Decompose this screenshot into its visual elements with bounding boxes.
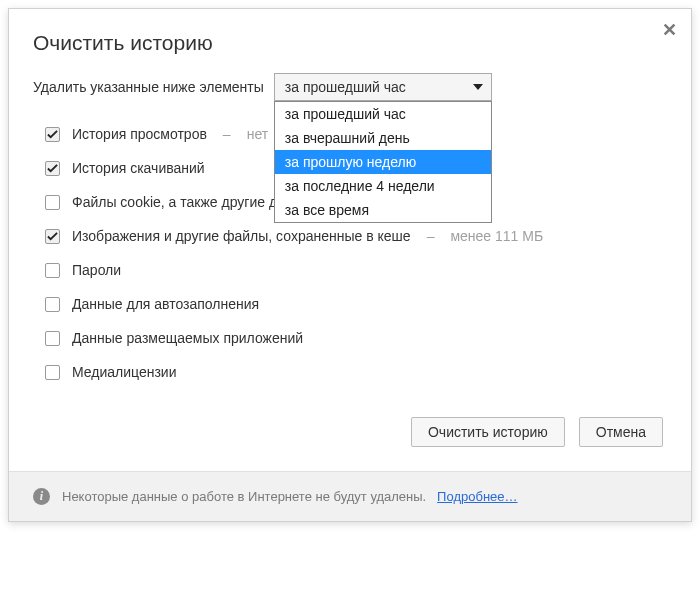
checkbox-media-licenses[interactable] — [45, 365, 60, 380]
row-autofill: Данные для автозаполнения — [45, 287, 667, 321]
checkbox-passwords[interactable] — [45, 263, 60, 278]
separator: – — [219, 126, 235, 142]
footer-text: Некоторые данные о работе в Интернете не… — [62, 489, 518, 504]
row-label: Данные для автозаполнения — [72, 296, 259, 312]
row-label: История просмотров — [72, 126, 207, 142]
checkbox-autofill[interactable] — [45, 297, 60, 312]
close-icon[interactable]: ✕ — [662, 19, 677, 41]
checkbox-cookies[interactable] — [45, 195, 60, 210]
row-hint: нет — [247, 126, 268, 142]
row-hosted-apps: Данные размещаемых приложений — [45, 321, 667, 355]
dropdown-option-all-time[interactable]: за все время — [275, 198, 491, 222]
clear-history-button[interactable]: Очистить историю — [411, 417, 565, 447]
learn-more-link[interactable]: Подробнее… — [437, 489, 517, 504]
row-cache: Изображения и другие файлы, сохраненные … — [45, 219, 667, 253]
cancel-button[interactable]: Отмена — [579, 417, 663, 447]
dropdown-option-past-week[interactable]: за прошлую неделю — [275, 150, 491, 174]
clear-history-dialog: ✕ Очистить историю Удалить указанные ниж… — [8, 8, 692, 522]
dialog-title: Очистить историю — [9, 9, 691, 73]
row-label: История скачиваний — [72, 160, 205, 176]
row-media-licenses: Медиалицензии — [45, 355, 667, 389]
checkbox-browsing-history[interactable] — [45, 127, 60, 142]
time-range-combo[interactable]: за прошедший час — [274, 73, 492, 101]
info-icon: i — [33, 488, 50, 505]
dropdown-option-past-hour[interactable]: за прошедший час — [275, 102, 491, 126]
footer-message: Некоторые данные о работе в Интернете не… — [62, 489, 426, 504]
row-passwords: Пароли — [45, 253, 667, 287]
time-range-combo-wrap: за прошедший час за прошедший час за вче… — [274, 73, 492, 101]
checkbox-hosted-apps[interactable] — [45, 331, 60, 346]
row-label: Данные размещаемых приложений — [72, 330, 303, 346]
row-hint: менее 111 МБ — [450, 228, 543, 244]
time-range-dropdown: за прошедший час за вчерашний день за пр… — [274, 101, 492, 223]
button-bar: Очистить историю Отмена — [9, 397, 691, 471]
row-label: Пароли — [72, 262, 121, 278]
separator: – — [423, 228, 439, 244]
row-label: Медиалицензии — [72, 364, 177, 380]
row-label: Изображения и другие файлы, сохраненные … — [72, 228, 411, 244]
time-range-row: Удалить указанные ниже элементы за проше… — [9, 73, 691, 109]
dropdown-option-yesterday[interactable]: за вчерашний день — [275, 126, 491, 150]
combo-selected-text: за прошедший час — [285, 79, 406, 95]
dropdown-option-past-4-weeks[interactable]: за последние 4 недели — [275, 174, 491, 198]
checkbox-cache[interactable] — [45, 229, 60, 244]
checkbox-download-history[interactable] — [45, 161, 60, 176]
time-range-label: Удалить указанные ниже элементы — [33, 79, 264, 95]
chevron-down-icon — [473, 84, 483, 90]
dialog-footer: i Некоторые данные о работе в Интернете … — [9, 471, 691, 521]
